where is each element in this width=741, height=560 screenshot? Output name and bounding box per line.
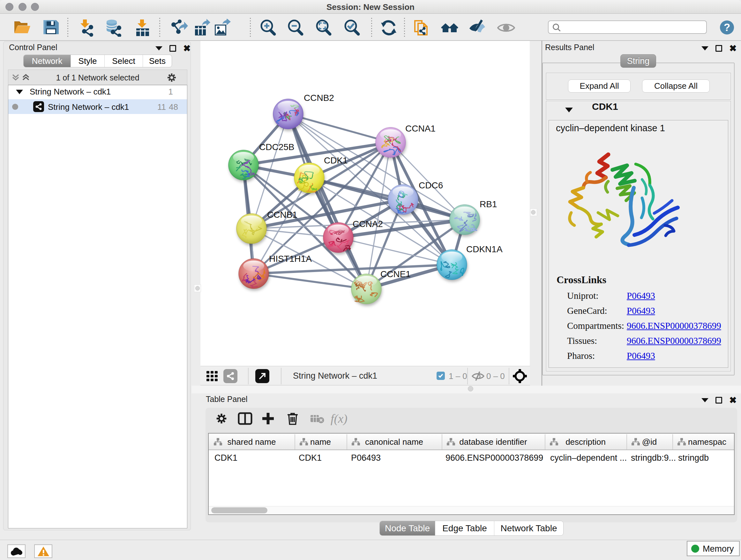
svg-text:HIST1H1A: HIST1H1A — [269, 254, 312, 264]
svg-text:CDKN1A: CDKN1A — [466, 244, 502, 254]
svg-text:CDC25B: CDC25B — [259, 142, 294, 152]
svg-text:CCNE1: CCNE1 — [381, 269, 411, 279]
svg-text:CCNA1: CCNA1 — [405, 124, 435, 133]
svg-text:CDK1: CDK1 — [324, 155, 348, 165]
svg-text:CCNA2: CCNA2 — [353, 219, 383, 229]
svg-text:CCNB1: CCNB1 — [267, 210, 297, 220]
svg-text:CDC6: CDC6 — [419, 180, 443, 190]
svg-text:RB1: RB1 — [480, 199, 497, 209]
svg-text:CCNB2: CCNB2 — [304, 93, 334, 103]
